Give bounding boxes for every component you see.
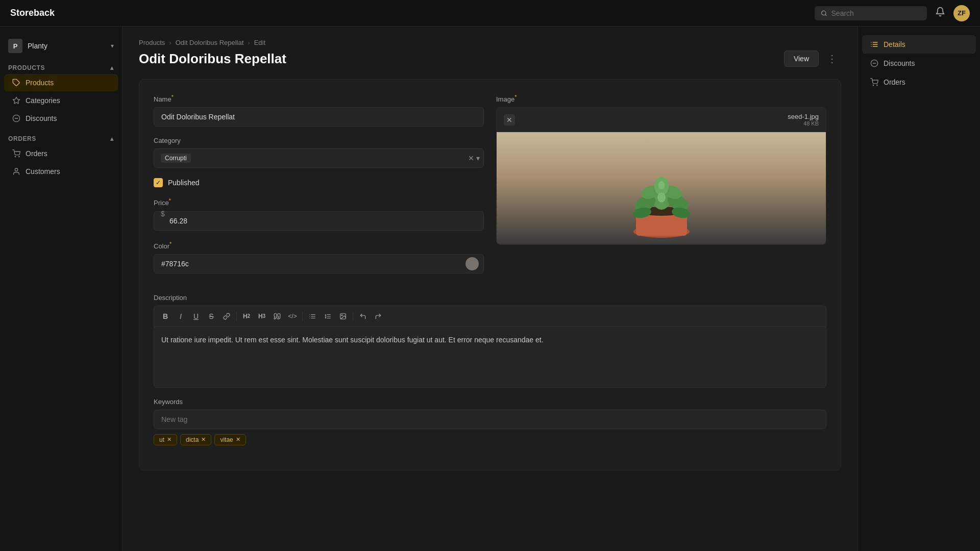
right-panel-orders[interactable]: Orders xyxy=(862,73,976,91)
tag-vitae[interactable]: vitae ✕ xyxy=(214,434,246,445)
sidebar-item-orders[interactable]: Orders xyxy=(4,145,118,162)
image-filesize: 48 KB xyxy=(803,120,819,127)
select-clear-icon[interactable]: ✕ xyxy=(468,154,474,162)
image-area: ✕ seed-1.jpg 48 KB xyxy=(496,107,826,245)
form-left-col: Name* Category Corrupti xyxy=(154,94,484,284)
right-panel-details-label: Details xyxy=(884,40,905,48)
underline-button[interactable]: U xyxy=(189,309,203,323)
category-field-group: Category Corrupti ✕ ▾ xyxy=(154,137,484,168)
h3-button[interactable]: H3 xyxy=(255,309,269,323)
page-header: Odit Doloribus Repellat View ⋮ xyxy=(139,51,841,67)
bold-button[interactable]: B xyxy=(158,309,173,323)
tag-ut[interactable]: ut ✕ xyxy=(154,434,177,445)
color-swatch[interactable] xyxy=(465,257,479,270)
sidebar-section-orders[interactable]: Orders ▴ xyxy=(0,132,122,144)
toolbar-sep-2 xyxy=(302,311,303,321)
checkmark-icon: ✓ xyxy=(156,179,161,186)
breadcrumb: Products › Odit Doloribus Repellat › Edi… xyxy=(139,39,841,46)
keywords-input[interactable] xyxy=(154,410,826,429)
price-field-group: Price* $ xyxy=(154,197,484,230)
category-label: Category xyxy=(154,137,484,144)
price-prefix: $ xyxy=(161,210,165,218)
chevron-up-icon: ▴ xyxy=(110,135,114,142)
category-select-wrapper[interactable]: Corrupti ✕ ▾ xyxy=(154,148,484,168)
image-insert-button[interactable] xyxy=(336,309,350,323)
breadcrumb-edit: Edit xyxy=(254,39,265,46)
sidebar-item-discounts-label: Discounts xyxy=(26,114,57,122)
tag-dicta[interactable]: dicta ✕ xyxy=(180,434,211,445)
description-field-group: Description B I U S H2 H3 xyxy=(154,294,826,388)
image-label: Image* xyxy=(496,94,826,103)
svg-point-22 xyxy=(657,192,666,203)
sidebar-item-categories[interactable]: Categories xyxy=(4,92,118,109)
keywords-label: Keywords xyxy=(154,398,826,406)
categories-icon xyxy=(12,96,20,105)
more-options-button[interactable]: ⋮ xyxy=(823,51,841,67)
redo-button[interactable] xyxy=(371,309,385,323)
toolbar-sep-1 xyxy=(236,311,237,321)
color-input[interactable] xyxy=(154,254,484,273)
editor-toolbar: B I U S H2 H3 xyxy=(154,306,826,327)
right-panel-orders-label: Orders xyxy=(884,78,905,86)
ordered-list-button[interactable] xyxy=(321,309,335,323)
tag-remove-vitae[interactable]: ✕ xyxy=(236,436,240,443)
image-col: Image* ✕ seed-1.jpg 48 KB xyxy=(496,94,826,284)
strikethrough-button[interactable]: S xyxy=(204,309,218,323)
price-input[interactable] xyxy=(154,211,484,231)
tag-remove-dicta[interactable]: ✕ xyxy=(201,436,206,443)
description-editor[interactable]: Ut ratione iure impedit. Ut rem est esse… xyxy=(154,327,826,388)
quote-button[interactable] xyxy=(270,309,284,323)
notifications-icon[interactable] xyxy=(935,7,945,19)
tag-remove-ut[interactable]: ✕ xyxy=(167,436,172,443)
tag-icon xyxy=(12,79,20,87)
tags-row: ut ✕ dicta ✕ vitae ✕ xyxy=(154,434,826,445)
sidebar-section-products[interactable]: Products ▴ xyxy=(0,61,122,73)
italic-button[interactable]: I xyxy=(174,309,188,323)
undo-button[interactable] xyxy=(356,309,370,323)
published-checkbox[interactable]: ✓ xyxy=(154,178,163,187)
svg-point-6 xyxy=(15,156,15,157)
image-header: ✕ seed-1.jpg 48 KB xyxy=(497,108,826,132)
name-label: Name* xyxy=(154,94,484,103)
published-checkbox-row: ✓ Published xyxy=(154,178,484,187)
chevron-up-icon: ▴ xyxy=(110,64,114,71)
discounts-icon xyxy=(12,114,20,122)
sidebar-item-discounts[interactable]: Discounts xyxy=(4,110,118,127)
user-avatar[interactable]: ZF xyxy=(953,5,970,21)
toolbar-sep-3 xyxy=(353,311,353,321)
svg-point-23 xyxy=(658,181,665,189)
name-input[interactable] xyxy=(154,107,484,127)
chevron-down-icon: ▾ xyxy=(111,42,114,49)
image-close-button[interactable]: ✕ xyxy=(504,114,515,126)
right-panel-details[interactable]: Details xyxy=(862,35,976,54)
breadcrumb-products[interactable]: Products xyxy=(139,39,165,46)
svg-point-43 xyxy=(873,85,873,85)
link-button[interactable] xyxy=(219,309,234,323)
select-controls: ✕ ▾ xyxy=(468,154,480,162)
orders-panel-icon xyxy=(870,78,878,86)
code-button[interactable]: </> xyxy=(285,309,300,323)
breadcrumb-sep-2: › xyxy=(248,39,250,46)
sidebar-item-orders-label: Orders xyxy=(26,149,47,158)
workspace-avatar: P xyxy=(8,39,22,53)
sidebar-item-customers[interactable]: Customers xyxy=(4,163,118,180)
sidebar-item-customers-label: Customers xyxy=(26,167,60,176)
view-button[interactable]: View xyxy=(784,51,819,67)
breadcrumb-sep-1: › xyxy=(169,39,171,46)
breadcrumb-product-name[interactable]: Odit Doloribus Repellat xyxy=(176,39,244,46)
search-bar[interactable] xyxy=(815,6,927,20)
workspace-selector[interactable]: P Planty ▾ xyxy=(0,35,122,61)
h2-button[interactable]: H2 xyxy=(239,309,254,323)
chevron-down-icon[interactable]: ▾ xyxy=(476,154,480,162)
sidebar-item-products-label: Products xyxy=(26,79,54,87)
search-input[interactable] xyxy=(831,9,921,17)
svg-point-8 xyxy=(15,168,17,171)
category-chips: Corrupti xyxy=(161,154,191,163)
right-panel-discounts[interactable]: Discounts xyxy=(862,54,976,72)
discounts-panel-icon xyxy=(870,59,878,67)
category-input[interactable] xyxy=(154,148,484,168)
sidebar: P Planty ▾ Products ▴ Products Categorie… xyxy=(0,27,122,551)
sidebar-item-products[interactable]: Products xyxy=(4,74,118,91)
bullet-list-button[interactable] xyxy=(305,309,320,323)
page-actions: View ⋮ xyxy=(784,51,841,67)
